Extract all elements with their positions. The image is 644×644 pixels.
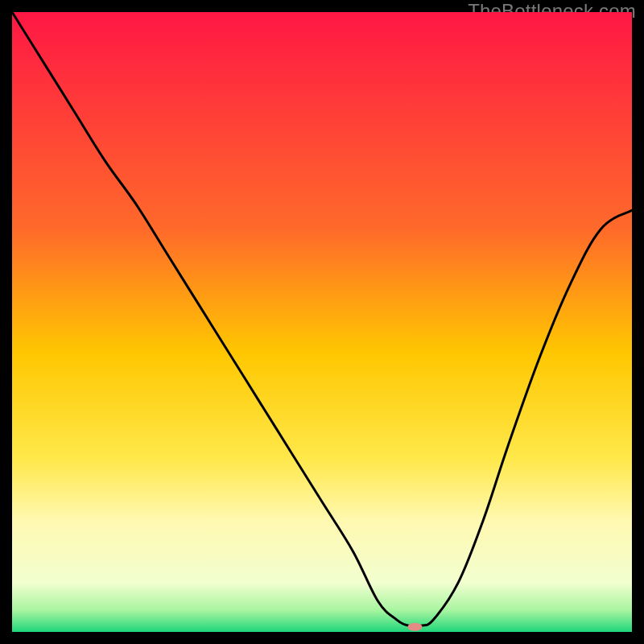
chart-frame: TheBottleneck.com — [0, 0, 644, 644]
bottleneck-chart — [12, 12, 632, 632]
optimal-marker — [408, 623, 423, 631]
gradient-background — [12, 12, 632, 632]
plot-area — [12, 12, 632, 632]
